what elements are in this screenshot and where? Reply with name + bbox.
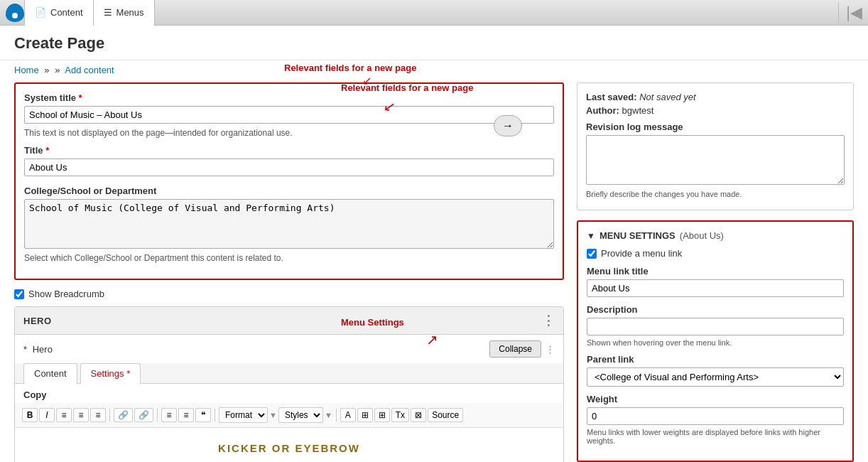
tab-settings[interactable]: Settings *	[80, 363, 141, 384]
hero-header: HERO ⋮	[15, 307, 563, 335]
druplicon-logo	[6, 4, 24, 22]
hero-controls: Collapse ⋮	[489, 340, 555, 358]
align-left-button[interactable]: ≡	[56, 408, 72, 422]
color-button[interactable]: A	[340, 408, 356, 422]
copy-section: Copy	[15, 384, 563, 400]
menu-settings-header: ▼ MENU SETTINGS (About Us)	[587, 230, 844, 241]
show-breadcrumb-checkbox[interactable]	[14, 289, 24, 299]
weight-field: Weight Menu links with lower weights are…	[587, 394, 844, 445]
next-arrow-button[interactable]: →	[494, 115, 522, 136]
align-right-button[interactable]: ≡	[90, 408, 106, 422]
editor-body[interactable]: KICKER OR EYEBROW PAGE TITLE	[15, 428, 563, 462]
content-tab-label: Content	[50, 7, 83, 18]
hero-inner: * Hero Collapse ⋮ Content Settings *	[15, 335, 563, 462]
bullet: *	[23, 344, 27, 355]
last-saved-row: Last saved: Not saved yet	[586, 92, 845, 102]
parent-link-field: Parent link <College of Visual and Perfo…	[587, 354, 844, 387]
breadcrumb: Home » » Add content	[0, 60, 868, 82]
sidebar: Last saved: Not saved yet Author: bgwtes…	[577, 82, 854, 462]
hero-item-dots[interactable]: ⋮	[546, 344, 555, 355]
weight-label: Weight	[587, 394, 844, 404]
format-select[interactable]: Format	[219, 407, 268, 423]
align-center-button[interactable]: ≡	[73, 408, 89, 422]
author-value: bgwtest	[622, 105, 654, 116]
relevant-fields-annotation: Relevant fields for a new page	[284, 63, 416, 73]
hero-section-label: HERO	[23, 316, 52, 326]
toolbar-divider-4	[336, 409, 337, 421]
toolbar-divider-3	[215, 409, 215, 421]
ol-button[interactable]: ≡	[178, 408, 194, 422]
main-form: Relevant fields for a new page ↙ System …	[14, 82, 564, 462]
provide-menu-link-label: Provide a menu link	[601, 248, 682, 259]
menu-settings-title: MENU SETTINGS	[600, 230, 676, 241]
page-header: Create Page	[0, 26, 868, 60]
editor-toolbar: B I ≡ ≡ ≡ 🔗 🔗 ≡ ≡ ❝ Format ▼	[15, 403, 563, 428]
unlink-button[interactable]: 🔗	[134, 408, 153, 422]
hero-item-label: * Hero	[23, 344, 53, 355]
description-field: Description Shown when hovering over the…	[587, 304, 844, 347]
revision-log-hint: Briefly describe the changes you have ma…	[586, 190, 845, 198]
show-breadcrumb-label: Show Breadcrumb	[28, 289, 104, 299]
copy-label: Copy	[23, 390, 555, 400]
menus-tab-label: Menus	[116, 7, 144, 18]
revision-log-label: Revision log message	[586, 122, 845, 132]
hero-section: HERO ⋮ * Hero Collapse ⋮ C	[14, 306, 564, 462]
menu-link-title-label: Menu link title	[587, 266, 844, 276]
menu-link-title-input[interactable]	[587, 279, 844, 297]
source-button[interactable]: Source	[428, 408, 463, 422]
system-title-field: System title * This text is not displaye…	[24, 92, 554, 138]
collapse-button[interactable]: Collapse	[489, 340, 541, 358]
menu-settings-subtitle: (About Us)	[680, 230, 724, 241]
menus-tab[interactable]: ☰ Menus	[94, 0, 155, 26]
parent-link-select[interactable]: <College of Visual and Performing Arts>	[587, 367, 844, 387]
embed-button[interactable]: ⊠	[411, 408, 426, 422]
department-textarea[interactable]: School of Music (College of Visual and P…	[24, 199, 554, 249]
weight-input[interactable]	[587, 407, 844, 425]
breadcrumb-home[interactable]: Home	[14, 65, 39, 75]
revision-log-textarea[interactable]	[586, 135, 845, 185]
main-layout: Relevant fields for a new page ↙ System …	[0, 82, 868, 462]
menu-triangle-icon: ▼	[587, 231, 595, 241]
last-saved-label: Last saved:	[586, 92, 637, 102]
breadcrumb-sep1: »	[44, 65, 49, 75]
department-hint: Select which College/School or Departmen…	[24, 253, 554, 263]
styles-arrow: ▼	[325, 411, 332, 419]
toolbar-divider-2	[157, 409, 158, 421]
author-row: Author: bgwtest	[586, 105, 845, 116]
blockquote-button[interactable]: ❝	[195, 408, 211, 422]
parent-link-label: Parent link	[587, 354, 844, 365]
department-field: College/School or Department School of M…	[24, 186, 554, 263]
breadcrumb-add-content[interactable]: Add content	[65, 65, 114, 75]
content-tab[interactable]: 📄 Content	[24, 0, 94, 26]
tab-content[interactable]: Content	[23, 363, 77, 384]
description-input[interactable]	[587, 318, 844, 335]
title-input[interactable]	[24, 159, 554, 176]
table2-button[interactable]: ⊞	[374, 408, 390, 422]
clear-format-button[interactable]: Tx	[391, 408, 409, 422]
hero-title-row: * Hero Collapse ⋮	[15, 335, 563, 363]
required-fields-section: System title * This text is not displaye…	[14, 82, 564, 280]
annotation-arrow: ↙	[362, 74, 371, 87]
link-button[interactable]: 🔗	[114, 408, 133, 422]
system-title-input[interactable]	[24, 106, 554, 124]
bold-button[interactable]: B	[22, 408, 38, 422]
system-title-hint: This text is not displayed on the page—i…	[24, 128, 554, 138]
nav-collapse-icon[interactable]: |◀	[839, 4, 862, 22]
hero-dots-menu[interactable]: ⋮	[542, 313, 555, 328]
sidebar-meta-box: Last saved: Not saved yet Author: bgwtes…	[577, 82, 854, 210]
provide-menu-link-checkbox[interactable]	[587, 249, 597, 259]
hero-tabs: Content Settings *	[15, 363, 563, 384]
ul-button[interactable]: ≡	[161, 408, 177, 422]
description-label: Description	[587, 304, 844, 315]
arrow-button-container: →	[494, 115, 522, 136]
top-navigation: 📄 Content ☰ Menus |◀	[0, 0, 868, 26]
italic-button[interactable]: I	[39, 408, 55, 422]
description-hint: Shown when hovering over the menu link.	[587, 338, 844, 347]
format-arrow: ▼	[269, 411, 277, 419]
table-button[interactable]: ⊞	[357, 408, 373, 422]
page-title: Create Page	[14, 34, 854, 60]
title-required: *	[45, 145, 49, 156]
toolbar-divider-1	[109, 409, 110, 421]
styles-select[interactable]: Styles	[278, 407, 323, 423]
title-label: Title *	[24, 145, 554, 156]
